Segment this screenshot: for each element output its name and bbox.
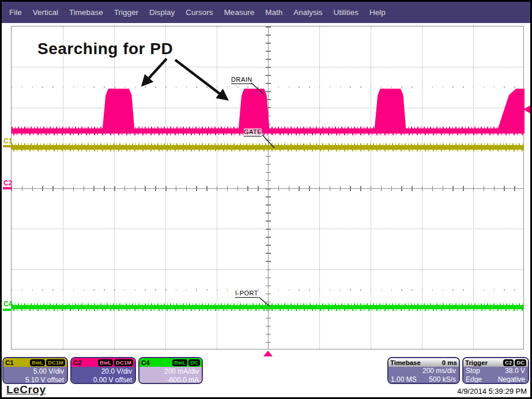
timebase-box[interactable]: Timebase 0 ms 200 ms/div 1.00 MS 500 kS/…: [387, 357, 460, 384]
graticule: [11, 26, 524, 349]
c2-offset: 0.00 V offset: [74, 376, 132, 384]
channel-box-c2[interactable]: C2 BwL DC1M 20.0 V/div 0.00 V offset: [70, 357, 136, 384]
center-vertical-line: [268, 26, 269, 349]
menu-item-utilities[interactable]: Utilities: [333, 8, 359, 17]
c2-vdiv: 20.0 V/div: [74, 367, 132, 376]
trigger-source-badge: C2: [503, 359, 514, 366]
trigger-coupling-badge: DC: [515, 359, 526, 366]
c1-zero-marker[interactable]: C1: [3, 137, 12, 145]
c1-bwl-badge: BwL: [30, 359, 45, 366]
timebase-rate: 500 kS/s: [429, 375, 456, 384]
trigger-type: Edge: [466, 375, 482, 384]
c1-vdiv: 5.00 V/div: [6, 367, 64, 376]
c4-title: C4: [141, 359, 150, 366]
menu-item-timebase[interactable]: Timebase: [69, 8, 103, 17]
lecroy-logo: LeCroy: [6, 383, 46, 396]
drain-pulse: [496, 89, 525, 134]
minor-tick-row: [12, 86, 523, 88]
drain-pulse: [374, 89, 406, 134]
c1-coupling-badge: DC1M: [46, 359, 65, 366]
timebase-delay: 0 ms: [442, 359, 457, 366]
timebase-title: Timebase: [390, 359, 421, 366]
minor-tick-row: [12, 289, 523, 291]
scope-screen: FileVerticalTimebaseTriggerDisplayCursor…: [2, 2, 530, 397]
trigger-slope: Negative: [498, 375, 525, 384]
menu-item-display[interactable]: Display: [149, 8, 175, 17]
trigger-time-marker[interactable]: [263, 351, 273, 356]
menu-item-trigger[interactable]: Trigger: [114, 8, 138, 17]
c1-zero-dash: [3, 145, 12, 147]
trigger-title: Trigger: [465, 359, 488, 366]
drain-pulse: [102, 89, 135, 134]
timebase-samples: 1.00 MS: [391, 375, 417, 384]
menu-item-analysis[interactable]: Analysis: [293, 8, 322, 17]
iport-label: I-PORT: [235, 290, 258, 298]
menu-item-math[interactable]: Math: [265, 8, 282, 17]
menu-item-vertical[interactable]: Vertical: [33, 8, 58, 17]
c4-bwl-badge: BwL: [172, 359, 187, 366]
annotation-title: Searching for PD: [37, 40, 173, 58]
c4-vdiv: 200 mA/div: [142, 367, 199, 376]
trigger-level: 38.0 V: [505, 367, 525, 375]
center-horizontal-line: [12, 188, 523, 189]
c4-zero-marker[interactable]: C4: [3, 300, 12, 308]
c1-title: C1: [5, 359, 14, 366]
menu-item-help[interactable]: Help: [369, 8, 386, 17]
channel-box-c4[interactable]: C4 BwL DC 200 mA/div -600.0 mA: [138, 357, 203, 384]
c4-zero-dash: [3, 309, 12, 311]
menu-bar: FileVerticalTimebaseTriggerDisplayCursor…: [2, 2, 530, 23]
c2-coupling-badge: DC1M: [114, 359, 133, 366]
menu-item-cursors[interactable]: Cursors: [186, 8, 213, 17]
c1-offset: 5.10 V offset: [6, 376, 64, 384]
trigger-mode: Stop: [466, 367, 480, 375]
gate-trace-c1: [12, 145, 523, 150]
c4-offset: -600.0 mA: [142, 376, 199, 384]
c2-bwl-badge: BwL: [98, 359, 113, 366]
c4-coupling-badge: DC: [188, 359, 200, 366]
gate-label: GATE: [244, 128, 262, 136]
c2-zero-dash: [3, 187, 12, 189]
drain-pulse: [238, 89, 270, 134]
channel-box-c1[interactable]: C1 BwL DC1M 5.00 V/div 5.10 V offset: [2, 357, 68, 384]
trigger-box[interactable]: Trigger C2 DC Stop 38.0 V Edge Negative: [462, 357, 529, 384]
menu-item-measure[interactable]: Measure: [224, 8, 255, 17]
iport-trace-c4: [12, 305, 523, 309]
timebase-tdiv: 200 ms/div: [391, 367, 456, 375]
menu-item-file[interactable]: File: [9, 8, 22, 17]
c2-zero-marker[interactable]: C2: [3, 179, 12, 187]
c2-title: C2: [73, 359, 82, 366]
drain-label: DRAIN: [231, 76, 252, 84]
datetime-display: 4/9/2014 5:39:29 PM: [457, 387, 527, 396]
